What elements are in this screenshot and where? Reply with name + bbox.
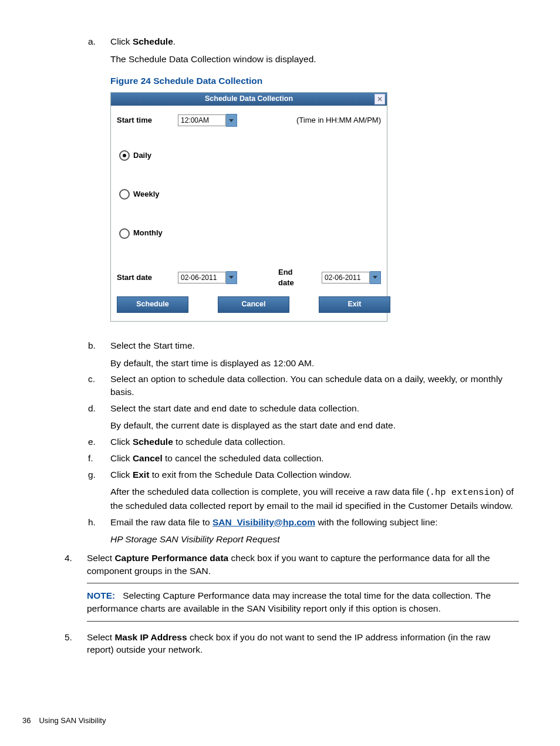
- radio-label: Daily: [133, 150, 151, 161]
- text-bold: Exit: [133, 470, 149, 480]
- end-date-label: End date: [278, 267, 308, 288]
- text: After the scheduled data collection is c…: [110, 485, 519, 512]
- button-row: Schedule Cancel Exit: [117, 296, 381, 313]
- list-body: Click Schedule. The Schedule Data Collec…: [110, 35, 519, 336]
- time-hint: (Time in HH:MM AM/PM): [296, 115, 381, 126]
- dialog-title: Schedule Data Collection: [205, 94, 293, 104]
- rule: [87, 621, 519, 622]
- close-icon[interactable]: ✕: [375, 94, 385, 104]
- note-label: NOTE:: [87, 590, 115, 600]
- list-body: Click Schedule to schedule data collecti…: [110, 436, 519, 448]
- list-body: Click Exit to exit from the Schedule Dat…: [110, 468, 519, 512]
- list-body: Select an option to schedule data collec…: [110, 373, 519, 398]
- schedule-button[interactable]: Schedule: [117, 296, 188, 313]
- list-item: g. Click Exit to exit from the Schedule …: [88, 468, 519, 512]
- list-item: f. Click Cancel to cancel the scheduled …: [88, 452, 519, 465]
- chevron-down-icon[interactable]: [226, 114, 237, 127]
- chevron-down-icon[interactable]: [370, 271, 381, 284]
- dialog-body: Start time (Time in HH:MM AM/PM) Daily W…: [111, 106, 387, 321]
- list-marker: c.: [88, 373, 110, 398]
- radio-label: Monthly: [133, 228, 163, 238]
- text: to exit from the Schedule Data Collectio…: [149, 470, 352, 480]
- start-time-label: Start time: [117, 115, 178, 126]
- text-bold: Mask IP Address: [114, 632, 187, 642]
- radio-icon: [119, 228, 130, 239]
- text: .: [173, 36, 176, 46]
- text-bold: Schedule: [133, 437, 173, 447]
- list-item: 4. Select Capture Performance data check…: [65, 552, 519, 627]
- text: Select: [87, 553, 114, 563]
- titlebar: Schedule Data Collection ✕: [111, 93, 387, 106]
- cancel-button[interactable]: Cancel: [218, 296, 289, 313]
- rule: [87, 583, 519, 583]
- text: Click: [110, 36, 133, 46]
- start-date-combo[interactable]: [178, 271, 237, 284]
- subject-line: HP Storage SAN Visibility Report Request: [110, 533, 519, 546]
- list-marker: g.: [88, 468, 110, 512]
- text: By default, the current date is displaye…: [110, 419, 519, 432]
- text: Click: [110, 437, 133, 447]
- monthly-radio[interactable]: Monthly: [119, 228, 381, 238]
- list-marker: e.: [88, 436, 110, 448]
- text: to schedule data collection.: [173, 437, 285, 447]
- text: Select the Start time.: [110, 339, 519, 352]
- page-footer: 36Using SAN Visibility: [22, 715, 106, 726]
- text-bold: Capture Performance data: [114, 553, 228, 563]
- page-number: 36: [22, 716, 31, 725]
- chevron-down-icon[interactable]: [226, 271, 237, 284]
- end-date-combo[interactable]: [322, 271, 381, 284]
- footer-title: Using SAN Visibility: [39, 716, 106, 725]
- schedule-dialog: Schedule Data Collection ✕ Start time (T…: [110, 92, 387, 322]
- text-bold: Cancel: [133, 453, 163, 463]
- start-date-label: Start date: [117, 272, 178, 283]
- weekly-radio[interactable]: Weekly: [119, 189, 381, 200]
- list-marker: b.: [88, 339, 110, 369]
- list-body: Click Cancel to cancel the scheduled dat…: [110, 452, 519, 465]
- list-body: Select the start date and end date to sc…: [110, 402, 519, 432]
- exit-button[interactable]: Exit: [319, 296, 390, 313]
- text: Email the raw data file to: [110, 517, 212, 527]
- dates-row: Start date End date: [117, 267, 381, 288]
- text: to cancel the scheduled data collection.: [163, 453, 324, 463]
- text: Select the start date and end date to sc…: [110, 402, 519, 415]
- email-link[interactable]: SAN_Visibility@hp.com: [212, 517, 315, 527]
- list-marker: 5.: [65, 631, 87, 656]
- end-date-input[interactable]: [322, 272, 370, 283]
- list-item: d. Select the start date and end date to…: [88, 402, 519, 432]
- note-text: Selecting Capture Performance data may i…: [87, 590, 491, 613]
- note: NOTE: Selecting Capture Performance data…: [87, 589, 519, 615]
- code-text: .hp extension: [430, 487, 501, 498]
- list-marker: d.: [88, 402, 110, 432]
- list-item: c. Select an option to schedule data col…: [88, 373, 519, 398]
- list-item: b. Select the Start time. By default, th…: [88, 339, 519, 369]
- list-marker: h.: [88, 516, 110, 546]
- radio-icon: [119, 150, 130, 161]
- text: Click: [110, 453, 133, 463]
- radio-icon: [119, 189, 130, 200]
- text: with the following subject line:: [315, 517, 438, 527]
- list-item: 5. Select Mask IP Address check box if y…: [65, 631, 519, 656]
- text: By default, the start time is displayed …: [110, 357, 519, 370]
- schedule-word: Schedule: [133, 36, 173, 46]
- text: Select an option to schedule data collec…: [110, 373, 519, 398]
- page: { "steps": { "a": {"marker":"a.","lead":…: [0, 0, 560, 746]
- figure-caption: Figure 24 Schedule Data Collection: [110, 75, 519, 87]
- list-body: Email the raw data file to SAN_Visibilit…: [110, 516, 519, 546]
- start-time-row: Start time (Time in HH:MM AM/PM): [117, 114, 381, 127]
- list-item: e. Click Schedule to schedule data colle…: [88, 436, 519, 448]
- list-marker: f.: [88, 452, 110, 465]
- list-body: Select the Start time. By default, the s…: [110, 339, 519, 369]
- text: Select: [87, 632, 114, 642]
- list-body: Select Mask IP Address check box if you …: [87, 631, 519, 656]
- start-date-input[interactable]: [178, 272, 226, 283]
- list-item: a. Click Schedule. The Schedule Data Col…: [88, 35, 519, 336]
- text: The Schedule Data Collection window is d…: [110, 53, 519, 66]
- list-marker: a.: [88, 35, 110, 336]
- list-item: h. Email the raw data file to SAN_Visibi…: [88, 516, 519, 546]
- list-body: Select Capture Performance data check bo…: [87, 552, 519, 627]
- start-time-combo[interactable]: [178, 114, 237, 127]
- text: Click: [110, 470, 133, 480]
- daily-radio[interactable]: Daily: [119, 150, 381, 161]
- list-marker: 4.: [65, 552, 87, 627]
- start-time-input[interactable]: [178, 114, 226, 126]
